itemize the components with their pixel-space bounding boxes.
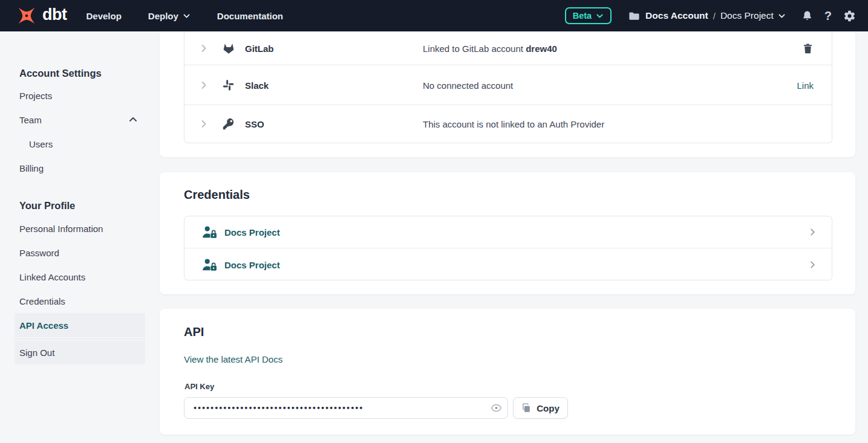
breadcrumb-project-dropdown[interactable]: Docs Project — [720, 10, 786, 21]
credential-project-name: Docs Project — [224, 227, 280, 238]
dbt-logo-link[interactable]: dbt — [16, 5, 67, 27]
copy-api-key-button[interactable]: Copy — [513, 397, 568, 419]
breadcrumb-separator: / — [713, 11, 716, 21]
credential-row[interactable]: Docs Project — [184, 216, 832, 248]
credentials-card: Credentials Docs Project Docs Project — [160, 172, 855, 294]
dbt-wordmark: dbt — [42, 7, 67, 25]
beta-dropdown-button[interactable]: Beta — [565, 7, 612, 24]
notifications-bell-icon[interactable] — [801, 10, 813, 22]
sidebar-header-your-profile: Your Profile — [15, 195, 145, 216]
linked-accounts-table: GitLab Linked to GitLab account drew40 S… — [184, 31, 832, 143]
sidebar-item-sign-out[interactable]: Sign Out — [15, 340, 145, 364]
copy-icon — [521, 403, 532, 413]
linked-account-row-sso: SSO This account is not linked to an Aut… — [184, 105, 832, 142]
linked-account-status: No connected account — [423, 80, 513, 90]
api-key-field-wrap — [184, 397, 508, 419]
api-key-label: API Key — [184, 382, 214, 391]
navbar-icon-group: ? — [801, 10, 856, 22]
key-icon — [222, 117, 235, 131]
link-slack-button[interactable]: Link — [797, 80, 814, 90]
api-title: API — [184, 325, 204, 339]
sidebar-item-api-access[interactable]: API Access — [15, 313, 145, 337]
linked-accounts-card: GitLab Linked to GitLab account drew40 S… — [160, 31, 855, 157]
reveal-key-eye-icon[interactable] — [485, 398, 507, 418]
sidebar-item-billing[interactable]: Billing — [15, 156, 145, 180]
credentials-title: Credentials — [184, 188, 250, 202]
caret-down-icon — [183, 12, 191, 20]
sidebar-divider — [15, 338, 145, 339]
sidebar-item-users[interactable]: Users — [15, 132, 145, 156]
caret-down-icon — [596, 12, 604, 20]
dbt-logo-icon — [16, 5, 38, 27]
sidebar-item-linked-accounts[interactable]: Linked Accounts — [15, 265, 145, 289]
api-key-input[interactable] — [184, 398, 485, 418]
linked-account-name: Slack — [245, 80, 269, 90]
expand-chevron-icon[interactable] — [199, 119, 209, 129]
breadcrumb: Docs Account / Docs Project — [628, 10, 786, 21]
top-navbar: dbt Develop Deploy Documentation Beta — [0, 0, 868, 31]
nav-item-deploy[interactable]: Deploy — [148, 11, 191, 21]
chevron-right-icon — [808, 260, 817, 269]
linked-account-row-slack: Slack No connected account Link — [184, 65, 832, 105]
folder-icon — [628, 11, 640, 21]
chevron-right-icon — [808, 228, 817, 237]
sidebar-item-credentials[interactable]: Credentials — [15, 289, 145, 313]
caret-down-icon — [778, 12, 786, 20]
linked-account-name: GitLab — [245, 43, 274, 53]
settings-sidebar: Account Settings Projects Team Users Bil… — [15, 63, 145, 364]
sidebar-item-personal-information[interactable]: Personal Information — [15, 216, 145, 241]
user-lock-icon — [201, 225, 218, 239]
breadcrumb-account[interactable]: Docs Account — [628, 10, 708, 21]
slack-icon — [222, 79, 235, 91]
linked-account-username: drew40 — [526, 43, 557, 53]
navbar-right: Beta Docs Account / Docs Project — [565, 7, 856, 24]
linked-account-status: Linked to GitLab account drew40 — [423, 43, 557, 53]
primary-nav: Develop Deploy Documentation — [86, 11, 310, 21]
sidebar-item-password[interactable]: Password — [15, 241, 145, 265]
linked-account-row-gitlab: GitLab Linked to GitLab account drew40 — [184, 31, 832, 65]
credentials-list: Docs Project Docs Project — [184, 216, 832, 280]
expand-chevron-icon[interactable] — [199, 44, 209, 53]
credential-row[interactable]: Docs Project — [184, 248, 832, 280]
api-docs-link[interactable]: View the latest API Docs — [184, 354, 282, 364]
sidebar-header-account-settings: Account Settings — [15, 63, 145, 83]
expand-chevron-icon[interactable] — [199, 80, 209, 90]
user-lock-icon — [201, 257, 218, 271]
credential-project-name: Docs Project — [224, 259, 280, 270]
linked-account-status: This account is not linked to an Auth Pr… — [423, 118, 604, 129]
help-icon[interactable]: ? — [824, 10, 832, 22]
nav-item-documentation[interactable]: Documentation — [217, 11, 283, 21]
nav-item-develop[interactable]: Develop — [86, 11, 121, 21]
gear-icon[interactable] — [843, 10, 856, 22]
sidebar-item-team[interactable]: Team — [15, 108, 145, 132]
chevron-up-icon — [128, 115, 138, 124]
gitlab-icon — [222, 42, 235, 55]
api-card: API View the latest API Docs API Key Cop… — [160, 309, 855, 435]
unlink-gitlab-trash-icon[interactable] — [802, 42, 814, 54]
linked-account-name: SSO — [245, 118, 264, 129]
sidebar-item-projects[interactable]: Projects — [15, 83, 145, 108]
